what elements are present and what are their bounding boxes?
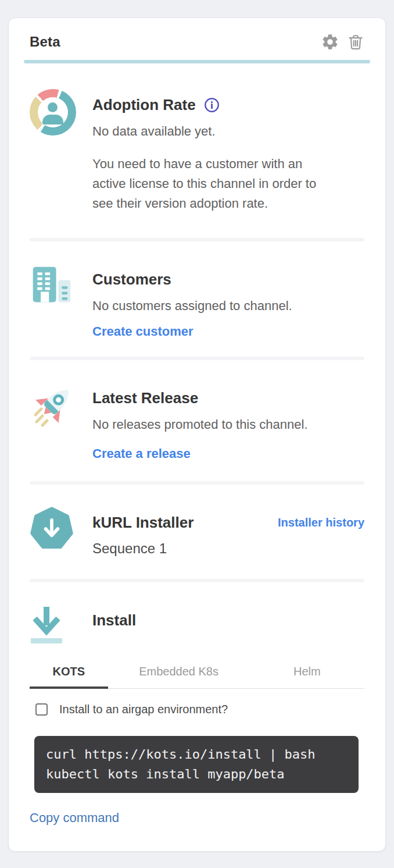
tab-kots[interactable]: KOTS <box>30 660 108 689</box>
adoption-donut-icon <box>30 89 76 136</box>
installer-history-link[interactable]: Installer history <box>278 516 364 529</box>
adoption-title-row: Adoption Rate <box>92 95 364 115</box>
section-adoption-rate: Adoption Rate No data available yet. You… <box>30 63 364 238</box>
header-toolbar <box>321 33 364 51</box>
info-icon[interactable] <box>204 97 220 113</box>
adoption-title: Adoption Rate <box>92 95 196 115</box>
release-icon-column <box>30 382 92 463</box>
gear-icon[interactable] <box>321 33 339 51</box>
kurl-title-row: kURL Installer Installer history <box>92 513 364 532</box>
release-empty-message: No releases promoted to this channel. <box>92 415 364 435</box>
adoption-icon-column <box>30 89 92 214</box>
customers-empty-message: No customers assigned to channel. <box>92 296 364 316</box>
install-command-block: curl https://kots.io/install | bashkubec… <box>34 736 359 793</box>
command-line-1: curl https://kots.io/install | bash <box>46 745 347 764</box>
card-header: Beta <box>30 18 364 52</box>
section-latest-release: Latest Release No releases promoted to t… <box>30 360 364 481</box>
download-arrow-icon <box>30 604 63 645</box>
section-kurl-installer: kURL Installer Installer history Sequenc… <box>30 485 364 579</box>
kurl-sequence: Sequence 1 <box>92 539 364 558</box>
kurl-title: kURL Installer <box>92 513 194 532</box>
copy-command-link[interactable]: Copy command <box>30 809 119 827</box>
section-install: Install <box>30 582 364 645</box>
customers-title: Customers <box>92 269 171 289</box>
customers-content: Customers No customers assigned to chann… <box>92 264 364 340</box>
kurl-content: kURL Installer Installer history Sequenc… <box>92 507 364 558</box>
channel-title: Beta <box>30 34 60 50</box>
release-title: Latest Release <box>92 388 198 408</box>
customers-building-icon <box>30 264 74 308</box>
adoption-content: Adoption Rate No data available yet. You… <box>92 89 364 214</box>
tab-helm[interactable]: Helm <box>250 660 364 689</box>
person-body-shape <box>42 115 63 124</box>
release-content: Latest Release No releases promoted to t… <box>92 382 364 463</box>
install-icon-column <box>30 604 92 645</box>
customers-icon-column <box>30 264 92 340</box>
rocket-icon <box>30 382 76 429</box>
adoption-help-text: You need to have a customer with an acti… <box>92 154 336 214</box>
trash-icon[interactable] <box>347 33 364 51</box>
command-line-2: kubectl kots install myapp/beta <box>46 764 347 784</box>
airgap-checkbox[interactable] <box>35 703 48 716</box>
create-release-link[interactable]: Create a release <box>92 445 191 463</box>
channel-card: Beta Adoption Rate No data <box>8 17 386 852</box>
kurl-icon-column <box>30 507 92 558</box>
create-customer-link[interactable]: Create customer <box>92 323 194 340</box>
adoption-empty-message: No data available yet. <box>92 122 364 141</box>
airgap-label[interactable]: Install to an airgap environment? <box>59 703 228 716</box>
install-tabs: KOTS Embedded K8s Helm <box>30 660 364 689</box>
airgap-option-row: Install to an airgap environment? <box>30 703 364 716</box>
person-head-shape <box>48 102 58 112</box>
kurl-heptagon-icon <box>30 507 74 551</box>
install-content: Install <box>92 604 364 645</box>
install-title: Install <box>92 610 136 630</box>
section-customers: Customers No customers assigned to chann… <box>30 241 364 357</box>
tab-embedded-k8s[interactable]: Embedded K8s <box>108 660 250 689</box>
